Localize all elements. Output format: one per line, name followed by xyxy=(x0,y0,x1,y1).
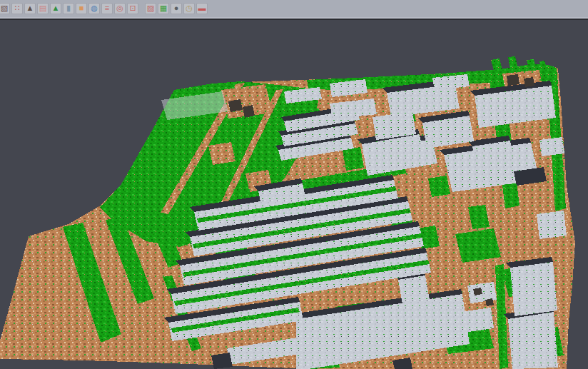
tree-patch xyxy=(455,228,501,263)
red-dots-grid-icon: ▤ xyxy=(37,3,49,14)
3d-viewport[interactable] xyxy=(0,0,588,369)
hatched-square-icon: ▨ xyxy=(145,3,156,14)
toolbar-separator xyxy=(139,3,144,14)
globe-button[interactable]: ◍ xyxy=(88,3,100,14)
tree-bump xyxy=(491,59,502,71)
building-roof xyxy=(539,137,564,156)
classification-map-button[interactable]: ▦ xyxy=(158,3,169,14)
target-icon: ◎ xyxy=(114,3,126,14)
small-dark-structure xyxy=(524,77,534,87)
mountain-icon: ▲ xyxy=(24,3,36,14)
application-window: ▧∷▲▤▲▮■◍≡◎⊡▨▦●◷▬ xyxy=(0,0,588,369)
orange-square-button[interactable]: ■ xyxy=(76,3,87,14)
tree-blob xyxy=(343,147,364,171)
red-stripes-button[interactable]: ▬ xyxy=(196,3,208,14)
building-roof xyxy=(537,211,567,239)
globe-icon: ◍ xyxy=(88,3,100,14)
building-roof xyxy=(508,312,558,369)
small-dark-structure xyxy=(228,99,243,112)
color-dots-button[interactable]: ∷ xyxy=(11,3,23,14)
toolbar-seam-line xyxy=(0,19,588,20)
list-icon: ≡ xyxy=(101,3,113,14)
building-roof xyxy=(460,308,494,333)
ground-clearing xyxy=(208,142,235,165)
camera-button[interactable]: ● xyxy=(171,3,182,14)
selection-box-button[interactable]: ⊡ xyxy=(127,3,138,14)
clock-button[interactable]: ◷ xyxy=(183,3,195,14)
dark-pit xyxy=(211,353,233,369)
clock-icon: ◷ xyxy=(183,3,195,14)
small-dark-structure xyxy=(507,74,519,86)
selection-box-icon: ⊡ xyxy=(127,3,138,14)
column-icon: ▮ xyxy=(63,3,74,14)
red-dots-grid-button[interactable]: ▤ xyxy=(37,3,49,14)
dark-grid-icon: ▧ xyxy=(0,3,10,14)
color-dots-icon: ∷ xyxy=(11,3,23,14)
dark-grid-button[interactable]: ▧ xyxy=(0,3,10,14)
terrain-icon: ▲ xyxy=(50,3,61,14)
orange-square-icon: ■ xyxy=(76,3,87,14)
point-cloud-scene xyxy=(0,0,588,369)
camera-icon: ● xyxy=(171,3,182,14)
column-button[interactable]: ▮ xyxy=(63,3,74,14)
tree-bump xyxy=(508,56,518,69)
small-dark-structure xyxy=(473,288,482,295)
mountain-button[interactable]: ▲ xyxy=(24,3,36,14)
list-button[interactable]: ≡ xyxy=(101,3,113,14)
small-dark-structure xyxy=(243,105,255,118)
building-roof xyxy=(398,276,430,304)
main-toolbar: ▧∷▲▤▲▮■◍≡◎⊡▨▦●◷▬ xyxy=(0,0,588,17)
red-stripes-icon: ▬ xyxy=(196,3,208,14)
small-dark-structure xyxy=(485,298,494,306)
terrain-button[interactable]: ▲ xyxy=(50,3,61,14)
classification-map-icon: ▦ xyxy=(158,3,169,14)
building-roof xyxy=(510,262,557,316)
target-button[interactable]: ◎ xyxy=(114,3,126,14)
hatched-square-button[interactable]: ▨ xyxy=(145,3,156,14)
tree-blob xyxy=(428,176,450,197)
